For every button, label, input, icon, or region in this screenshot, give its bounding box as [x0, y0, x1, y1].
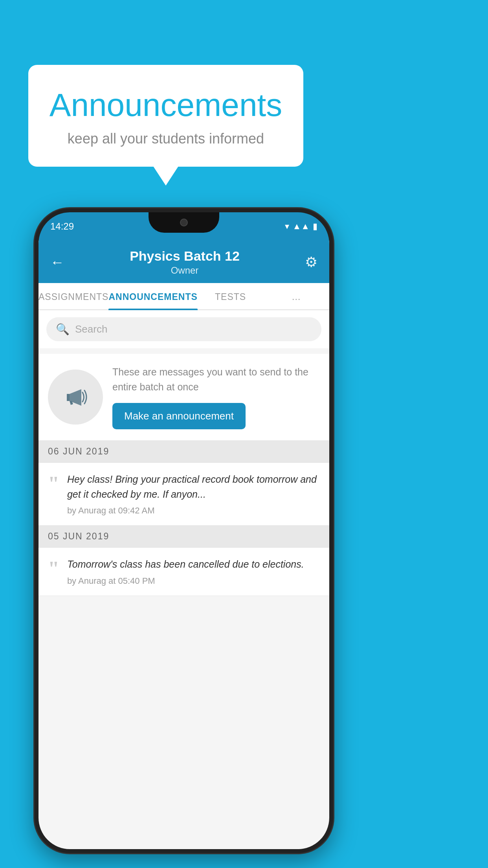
tab-tests[interactable]: TESTS [198, 283, 264, 309]
front-camera [180, 219, 188, 226]
announcement-item-2[interactable]: " Tomorrow's class has been cancelled du… [39, 548, 329, 596]
speech-bubble-title: Announcements [48, 86, 284, 123]
notch [149, 212, 219, 233]
date-separator-2: 05 JUN 2019 [39, 526, 329, 548]
announcement-meta-2: by Anurag at 05:40 PM [67, 576, 320, 586]
volume-down-button [35, 354, 37, 377]
speech-bubble-subtitle: keep all your students informed [48, 131, 284, 147]
status-icons: ▾ ▲▲ ▮ [285, 221, 317, 232]
announcement-text-1: Hey class! Bring your practical record b… [67, 472, 320, 516]
announcement-meta-1: by Anurag at 09:42 AM [67, 506, 320, 516]
search-placeholder: Search [75, 323, 107, 335]
power-button [331, 334, 333, 370]
back-button[interactable]: ← [50, 254, 64, 270]
status-bar: 14:29 ▾ ▲▲ ▮ [39, 212, 329, 241]
make-announcement-button[interactable]: Make an announcement [112, 403, 246, 429]
announcement-body-1: Hey class! Bring your practical record b… [67, 472, 320, 502]
signal-icon: ▲▲ [292, 221, 310, 232]
announcement-prompt: These are messages you want to send to t… [39, 354, 329, 441]
speech-bubble: Announcements keep all your students inf… [28, 65, 303, 167]
settings-icon[interactable]: ⚙ [305, 254, 317, 270]
search-container: 🔍 Search [39, 310, 329, 348]
megaphone-icon-circle [48, 370, 103, 425]
app-header: ← Physics Batch 12 Owner ⚙ [39, 241, 329, 283]
status-time: 14:29 [50, 221, 74, 232]
search-icon: 🔍 [56, 323, 70, 336]
wifi-icon: ▾ [285, 221, 289, 232]
batch-title: Physics Batch 12 [64, 248, 305, 264]
date-separator-1: 06 JUN 2019 [39, 441, 329, 463]
quote-icon-2: " [48, 559, 59, 579]
quote-icon-1: " [48, 474, 59, 494]
phone-screen: ← Physics Batch 12 Owner ⚙ ASSIGNMENTS A… [39, 241, 329, 849]
tab-assignments[interactable]: ASSIGNMENTS [39, 283, 108, 309]
phone-frame: 14:29 ▾ ▲▲ ▮ ← Physics Batch 12 Owner ⚙ … [35, 208, 333, 853]
batch-role: Owner [64, 265, 305, 276]
tab-more[interactable]: ... [263, 283, 329, 309]
announcement-text-2: Tomorrow's class has been cancelled due … [67, 557, 320, 586]
announcement-item-1[interactable]: " Hey class! Bring your practical record… [39, 463, 329, 526]
announcement-body-2: Tomorrow's class has been cancelled due … [67, 557, 320, 572]
search-bar[interactable]: 🔍 Search [46, 317, 321, 341]
megaphone-icon [60, 381, 91, 413]
prompt-content: These are messages you want to send to t… [112, 365, 320, 429]
header-title-group: Physics Batch 12 Owner [64, 248, 305, 276]
svg-rect-0 [67, 394, 70, 401]
battery-icon: ▮ [313, 221, 317, 232]
tabs-bar: ASSIGNMENTS ANNOUNCEMENTS TESTS ... [39, 283, 329, 310]
volume-up-button [35, 322, 37, 346]
tab-announcements[interactable]: ANNOUNCEMENTS [108, 283, 197, 309]
prompt-message: These are messages you want to send to t… [112, 365, 320, 394]
